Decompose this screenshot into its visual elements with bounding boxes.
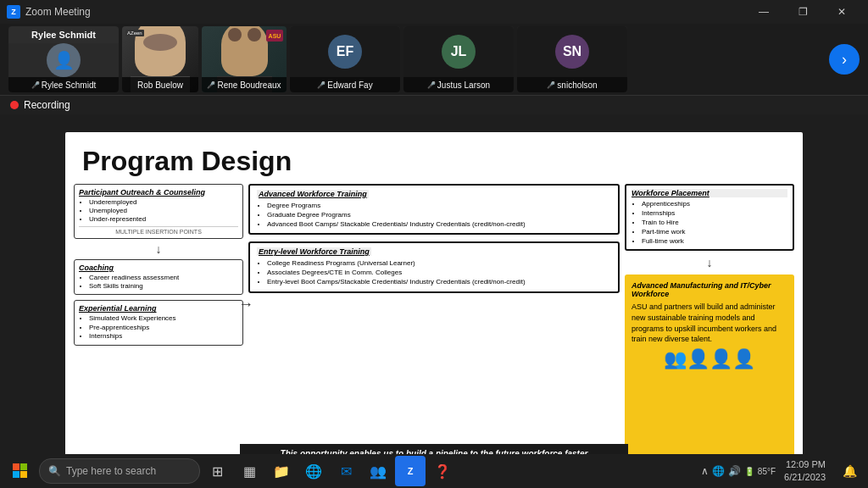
slide-right-col: Workforce Placement Apprenticeships Inte… xyxy=(625,184,794,463)
edward-avatar: EF xyxy=(328,35,362,69)
outreach-title: Participant Outreach & Counseling xyxy=(79,188,238,197)
outreach-list: Underemployed Unemployed Under-represent… xyxy=(79,198,238,225)
search-placeholder: Type here to search xyxy=(66,465,156,477)
zoom-window: Rylee Schmidt 👤 🎤 Rylee Schmidt AZeen xyxy=(0,24,868,488)
window-controls: — ❐ ✕ xyxy=(744,0,861,24)
file-explorer-button[interactable]: 📁 xyxy=(266,456,297,486)
help-icon: ❓ xyxy=(434,463,451,480)
edward-mic-icon: 🎤 xyxy=(317,81,326,89)
experiential-list: Simulated Work Experiences Pre-apprentic… xyxy=(79,314,238,341)
task-view-icon: ⊞ xyxy=(212,463,223,480)
svg-rect-1 xyxy=(20,463,27,470)
system-tray: ∧ 🌐 🔊 🔋 85°F xyxy=(694,465,782,477)
snicholson-mic-icon: 🎤 xyxy=(547,81,555,89)
justus-mic-icon: 🎤 xyxy=(427,81,436,89)
entrylevel-workforce-list: College Readiness Programs (Universal Le… xyxy=(257,258,611,287)
rylee-avatar: 👤 xyxy=(47,43,81,77)
battery-icon[interactable]: 🔋 xyxy=(744,467,754,476)
teams-button[interactable]: 👥 xyxy=(363,456,393,486)
speaker-icon[interactable]: 🔊 xyxy=(728,465,741,477)
notification-button[interactable]: 🔔 xyxy=(834,454,865,488)
temp-display: 85°F xyxy=(758,467,776,476)
snicholson-name-bar: 🎤 snicholson xyxy=(517,77,627,92)
network-icon[interactable]: 🌐 xyxy=(712,465,725,477)
placement-list: Apprenticeships Internships Train to Hir… xyxy=(632,199,787,247)
clock-date: 6/21/2023 xyxy=(784,471,826,484)
zoom-taskbar-icon: Z xyxy=(408,466,414,476)
coaching-title: Coaching xyxy=(79,263,238,272)
advanced-workforce-box: Advanced Workforce Training Degree Progr… xyxy=(248,184,620,236)
mail-button[interactable]: ✉ xyxy=(331,456,361,486)
placement-title: Workforce Placement xyxy=(632,189,787,197)
participant-card-rob[interactable]: AZeen Rob Buelow xyxy=(122,26,198,92)
file-explorer-icon: 📁 xyxy=(273,463,290,480)
justus-placeholder: JL xyxy=(403,26,514,77)
widgets-icon: ▦ xyxy=(243,463,256,480)
justus-name-bar: 🎤 Justus Larson xyxy=(403,77,514,92)
yellow-box-text: ASU and partners will build and administ… xyxy=(632,302,787,344)
clock[interactable]: 12:09 PM 6/21/2023 xyxy=(784,458,832,485)
app-icon: Z xyxy=(7,5,20,19)
snicholson-placeholder: SN xyxy=(517,26,627,77)
svg-rect-0 xyxy=(13,463,19,470)
main-content: Program Design Participant Outreach & Co… xyxy=(0,114,868,488)
participant-card-justus[interactable]: JL 🎤 Justus Larson xyxy=(403,26,514,92)
silhouettes-graphic: 👥👤👤👤 xyxy=(632,348,787,370)
clock-time: 12:09 PM xyxy=(784,458,826,471)
search-icon: 🔍 xyxy=(48,465,61,477)
rylee-name-bar: 🎤 Rylee Schmidt xyxy=(8,77,119,92)
participant-card-rene[interactable]: ASU 🎤 Rene Boudreaux xyxy=(202,26,287,92)
participant-card-edward[interactable]: EF 🎤 Edward Fay xyxy=(290,26,400,92)
window-title: Zoom Meeting xyxy=(25,6,91,18)
edge-icon: 🌐 xyxy=(305,463,322,480)
edward-placeholder: EF xyxy=(290,26,400,77)
recording-bar: Recording xyxy=(0,96,868,114)
rene-mic-icon: 🎤 xyxy=(207,81,215,89)
minimize-button[interactable]: — xyxy=(744,0,783,24)
placement-flow-arrow: ↓ xyxy=(625,256,794,269)
slide-frame: Program Design Participant Outreach & Co… xyxy=(65,132,803,471)
task-view-button[interactable]: ⊞ xyxy=(202,456,232,486)
experiential-title: Experiential Learning xyxy=(79,304,238,313)
rene-face xyxy=(221,26,268,76)
advanced-workforce-title: Advanced Workforce Training xyxy=(257,190,369,198)
yellow-box-title: Advanced Manufacturing and IT/Cyber Work… xyxy=(632,281,787,298)
rylee-mic-icon: 🎤 xyxy=(31,81,40,89)
help-button[interactable]: ❓ xyxy=(427,456,458,486)
slide-middle-col: Advanced Workforce Training Degree Progr… xyxy=(248,184,620,463)
start-button[interactable] xyxy=(3,454,37,488)
participant-card-snicholson[interactable]: SN 🎤 snicholson xyxy=(517,26,627,92)
chevron-up-icon[interactable]: ∧ xyxy=(701,465,709,477)
experiential-box: Experiential Learning Simulated Work Exp… xyxy=(74,300,243,345)
slide-title: Program Design xyxy=(65,132,803,184)
asu-logo: ASU xyxy=(266,30,283,42)
az-label: AZeen xyxy=(125,30,144,36)
svg-rect-3 xyxy=(20,471,27,478)
rene-name-bar: 🎤 Rene Boudreaux xyxy=(202,77,287,92)
justus-avatar: JL xyxy=(442,35,476,69)
advanced-workforce-list: Degree Programs Graduate Degree Programs… xyxy=(257,201,611,230)
participant-card-rylee[interactable]: Rylee Schmidt 👤 🎤 Rylee Schmidt xyxy=(8,26,119,92)
taskbar: 🔍 Type here to search ⊞ ▦ 📁 🌐 ✉ 👥 Z ❓ ∧ … xyxy=(0,454,868,488)
recording-label: Recording xyxy=(24,99,70,111)
zoom-taskbar-button[interactable]: Z xyxy=(395,456,426,486)
maximize-button[interactable]: ❐ xyxy=(783,0,822,24)
widgets-button[interactable]: ▦ xyxy=(234,456,264,486)
placement-box: Workforce Placement Apprenticeships Inte… xyxy=(625,184,794,252)
search-box[interactable]: 🔍 Type here to search xyxy=(39,458,200,484)
coaching-box: Coaching Career readiness assessment Sof… xyxy=(74,259,243,296)
yellow-highlight-box: Advanced Manufacturing and IT/Cyber Work… xyxy=(625,274,794,463)
close-button[interactable]: ✕ xyxy=(822,0,861,24)
edge-button[interactable]: 🌐 xyxy=(298,456,329,486)
middle-flow-arrow: → xyxy=(238,296,253,313)
snicholson-avatar: SN xyxy=(555,35,589,69)
title-bar: Z Zoom Meeting — ❐ ✕ xyxy=(0,0,868,24)
outreach-box: Participant Outreach & Counseling Undere… xyxy=(74,184,243,239)
edward-name-bar: 🎤 Edward Fay xyxy=(290,77,400,92)
recording-dot xyxy=(10,101,19,109)
mail-icon: ✉ xyxy=(341,463,352,480)
participants-bar: Rylee Schmidt 👤 🎤 Rylee Schmidt AZeen xyxy=(0,24,868,96)
notification-icon: 🔔 xyxy=(843,464,857,478)
coaching-list: Career readiness assessment Soft Skills … xyxy=(79,274,238,291)
participants-nav-arrow[interactable]: › xyxy=(829,44,860,75)
